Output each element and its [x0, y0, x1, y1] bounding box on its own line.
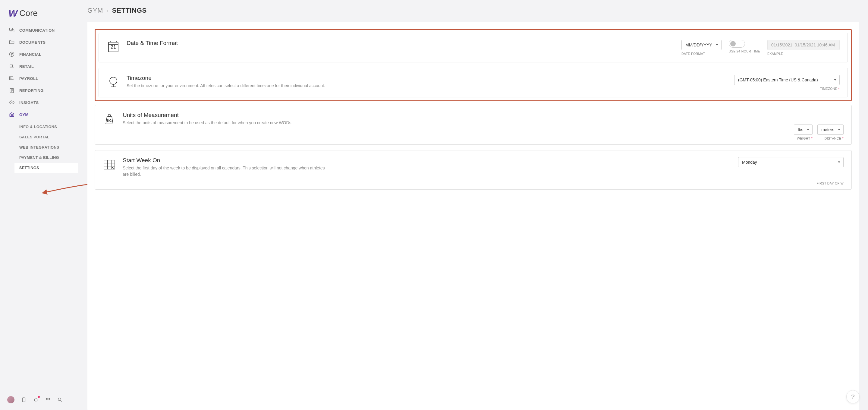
svg-point-19: [108, 114, 111, 117]
card-timezone: Timezone Set the timezone for your envir…: [98, 68, 848, 97]
payroll-icon: $: [8, 76, 15, 81]
subnav-item-payment-billing[interactable]: PAYMENT & BILLING: [0, 152, 79, 163]
breadcrumb-parent[interactable]: GYM: [87, 7, 103, 14]
main: GYM › SETTINGS 21: [79, 0, 868, 410]
nav-item-communication[interactable]: COMMUNICATION: [0, 24, 79, 36]
svg-point-8: [11, 102, 12, 103]
eye-icon: [8, 99, 15, 106]
start-week-select[interactable]: Monday: [738, 157, 844, 167]
highlight-annotation: 21 Date & Time Format MM/DD/YYYY DATE FO…: [95, 29, 852, 101]
subnav: INFO & LOCATIONS SALES PORTAL WEB INTEGR…: [0, 122, 79, 173]
card-units: KG Units of Measurement Select the units…: [95, 105, 852, 145]
nav-item-label: PAYROLL: [19, 76, 38, 81]
breadcrumb: GYM › SETTINGS: [87, 7, 859, 14]
search-icon[interactable]: [57, 397, 63, 403]
card-desc: Select the first day of the week to be d…: [123, 165, 328, 177]
svg-rect-13: [46, 400, 47, 400]
nav-item-payroll[interactable]: $ PAYROLL: [0, 72, 79, 84]
chevron-right-icon: ›: [107, 8, 108, 13]
chat-icon: [8, 27, 15, 33]
timezone-label: TIMEZONE *: [734, 87, 840, 90]
card-title: Timezone: [127, 75, 727, 81]
nav-item-retail[interactable]: RETAIL: [0, 60, 79, 72]
clipboard-icon: [8, 87, 15, 93]
card-title: Start Week On: [123, 157, 732, 164]
weight-select[interactable]: lbs: [794, 124, 812, 135]
logo-text: Core: [19, 8, 38, 18]
building-icon: [8, 112, 15, 118]
date-format-label: DATE FORMAT: [681, 52, 721, 56]
bottom-bar: [7, 396, 63, 403]
breadcrumb-current: SETTINGS: [112, 7, 147, 14]
bell-icon[interactable]: [33, 397, 38, 403]
date-format-select[interactable]: MM/DD/YYYY: [681, 40, 721, 50]
distance-select[interactable]: meters: [817, 124, 844, 135]
sidebar: W Core COMMUNICATION DOCUMENTS FINANCI: [0, 0, 79, 410]
logo: W Core: [0, 0, 79, 24]
timezone-select[interactable]: (GMT-05:00) Eastern Time (US & Canada): [734, 75, 840, 85]
svg-rect-9: [23, 398, 25, 402]
subnav-item-info-locations[interactable]: INFO & LOCATIONS: [0, 122, 79, 132]
nav-item-label: DOCUMENTS: [19, 40, 45, 45]
main-nav: COMMUNICATION DOCUMENTS FINANCIAL RETAIL: [0, 24, 79, 122]
subnav-item-settings[interactable]: SETTINGS: [14, 163, 79, 173]
svg-rect-15: [49, 400, 50, 400]
distance-label: DISTANCE *: [817, 137, 844, 140]
card-desc: Select the units of measurement to be us…: [123, 120, 328, 126]
svg-point-16: [58, 398, 61, 401]
folder-icon: [8, 39, 15, 45]
card-datetime-format: 21 Date & Time Format MM/DD/YYYY DATE FO…: [98, 33, 848, 62]
svg-rect-14: [48, 400, 49, 400]
svg-text:$: $: [10, 77, 11, 80]
svg-rect-20: [104, 160, 115, 169]
help-button[interactable]: ?: [846, 390, 860, 403]
card-start-week: Start Week On Select the first day of th…: [95, 150, 852, 189]
subnav-item-sales-portal[interactable]: SALES PORTAL: [0, 132, 79, 142]
avatar[interactable]: [7, 396, 14, 403]
nav-item-insights[interactable]: INSIGHTS: [0, 96, 79, 109]
svg-point-18: [110, 77, 117, 84]
example-label: EXAMPLE: [767, 52, 840, 56]
nav-item-gym[interactable]: GYM: [0, 109, 79, 121]
nav-item-label: FINANCIAL: [19, 52, 41, 57]
nav-item-label: GYM: [19, 113, 29, 117]
svg-rect-3: [10, 65, 12, 67]
card-title: Date & Time Format: [127, 40, 675, 47]
subnav-item-web-integrations[interactable]: WEB INTEGRATIONS: [0, 142, 79, 152]
nav-item-label: COMMUNICATION: [19, 28, 55, 33]
cart-icon: [8, 63, 15, 69]
calendar-grid-icon: [103, 157, 116, 171]
example-readonly: 01/15/2021, 01/15/2021 10:46 AM: [767, 40, 840, 50]
nav-item-financial[interactable]: FINANCIAL: [0, 48, 79, 60]
start-week-label: FIRST DAY OF W: [816, 181, 844, 185]
globe-stand-icon: [107, 75, 120, 89]
nav-item-reporting[interactable]: REPORTING: [0, 84, 79, 96]
nav-item-label: REPORTING: [19, 88, 44, 93]
clipboard-icon[interactable]: [21, 397, 27, 403]
content-area: 21 Date & Time Format MM/DD/YYYY DATE FO…: [87, 22, 859, 410]
use-24h-toggle[interactable]: [729, 40, 745, 48]
card-title: Units of Measurement: [123, 112, 844, 118]
apps-grid-icon[interactable]: [45, 397, 51, 403]
nav-item-label: RETAIL: [19, 64, 34, 69]
card-desc: Set the timezone for your environment. A…: [127, 83, 332, 89]
svg-rect-11: [48, 398, 49, 399]
calendar-day-icon: 21: [107, 40, 120, 54]
weight-kg-icon: KG: [103, 112, 116, 126]
logo-mark-icon: W: [8, 8, 18, 18]
use-24h-label: USE 24 HOUR TIME: [729, 50, 760, 53]
nav-item-documents[interactable]: DOCUMENTS: [0, 36, 79, 48]
dollar-icon: [8, 51, 15, 57]
weight-label: WEIGHT *: [794, 137, 812, 140]
nav-item-label: INSIGHTS: [19, 100, 39, 105]
svg-rect-10: [46, 398, 47, 399]
svg-rect-12: [49, 398, 50, 399]
